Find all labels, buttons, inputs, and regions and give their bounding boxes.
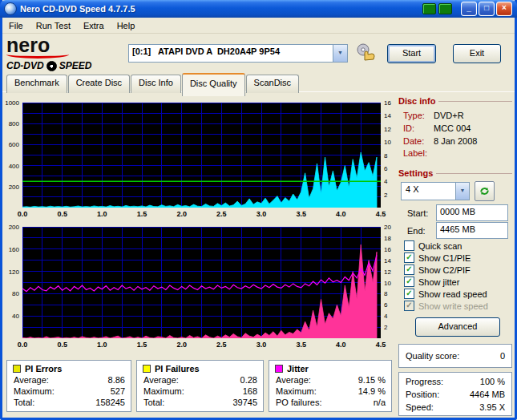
menu-help[interactable]: Help xyxy=(111,19,142,32)
pi-failures-chart: 2001601208040 2018161412108642 0.00.51.0… xyxy=(2,225,398,352)
disc-type-value: DVD+R xyxy=(434,111,464,120)
tab-disc-info[interactable]: Disc Info xyxy=(131,75,181,93)
start-field[interactable]: 0000 MB xyxy=(436,204,508,221)
stat-row-total: Total:39745 xyxy=(143,397,257,408)
progress-label: Progress: xyxy=(406,375,443,388)
end-field[interactable]: 4465 MB xyxy=(436,222,508,239)
checkbox-show-c2-pif[interactable]: ✓Show C2/PIF xyxy=(404,264,511,276)
stat-header-pi-errors: PI Errors xyxy=(13,363,125,374)
end-field-row: End: 4465 MB xyxy=(407,222,511,239)
tab-disc-quality[interactable]: Disc Quality xyxy=(182,73,245,96)
pi-errors-stats-box: PI ErrorsAverage:8.86Maximum:527Total:15… xyxy=(6,360,131,412)
disc-date-value: 8 Jan 2008 xyxy=(434,136,477,146)
tab-benchmark[interactable]: Benchmark xyxy=(6,75,67,93)
chevron-down-icon[interactable]: ▼ xyxy=(455,183,469,200)
checkbox-label: Quick scan xyxy=(418,241,462,251)
settings-checkboxes: Quick scan✓Show C1/PIE✓Show C2/PIF✓Show … xyxy=(404,240,511,312)
progress-row: Progress: 100 % xyxy=(406,375,505,388)
disc-info-row: Date: 8 Jan 2008 xyxy=(403,136,512,146)
stat-title: PI Failures xyxy=(155,364,200,374)
window-title: Nero CD-DVD Speed 4.7.7.5 xyxy=(20,4,422,14)
disc-label-label: Label: xyxy=(403,148,434,158)
speed-select[interactable]: 4 X ▼ xyxy=(401,182,470,200)
pi-errors-chart: 1000800600400200 161412108642 0.00.51.01… xyxy=(2,101,398,223)
checkbox-box[interactable]: ✓ xyxy=(404,277,414,287)
stat-row-average: Average:9.15 % xyxy=(275,374,386,386)
checkbox-label: Show read speed xyxy=(418,289,487,299)
disc-id-label: ID: xyxy=(403,123,434,133)
checkbox-show-read-speed[interactable]: ✓Show read speed xyxy=(404,288,511,300)
pi-failures-jitter-plot xyxy=(22,227,381,338)
logo-cddvd-text: CD-DVD xyxy=(6,60,44,71)
progress-value: 100 % xyxy=(480,375,505,388)
stat-title: PI Errors xyxy=(25,364,62,374)
checkbox-show-write-speed[interactable]: ✓Show write speed xyxy=(404,300,511,312)
pif-x-axis-labels: 0.00.51.01.52.02.53.03.54.04.5 xyxy=(22,341,381,350)
checkbox-box[interactable] xyxy=(404,240,414,251)
legend-swatch-icon xyxy=(13,365,21,373)
stat-header-pi-failures: PI Failures xyxy=(143,363,257,374)
maximize-button[interactable]: □ xyxy=(479,2,495,16)
stat-header-jitter: Jitter xyxy=(275,363,386,374)
tab-scandisc[interactable]: ScanDisc xyxy=(246,75,299,93)
start-button[interactable]: Start xyxy=(387,44,436,63)
checkbox-show-c1-pie[interactable]: ✓Show C1/PIE xyxy=(404,252,511,264)
checkbox-label: Show jitter xyxy=(418,277,459,287)
speed-value: 3.95 X xyxy=(479,401,505,414)
disc-info-row: Label: xyxy=(403,148,512,158)
checkbox-box[interactable]: ✓ xyxy=(404,265,414,275)
minimize-button[interactable]: _ xyxy=(461,2,477,16)
speed-label: Speed: xyxy=(406,401,434,414)
jitter-stats-box: JitterAverage:9.15 %Maximum:14.9 %PO fai… xyxy=(269,360,392,412)
refresh-button[interactable] xyxy=(475,181,495,201)
pif-left-axis-labels: 2001601208040 xyxy=(2,227,21,338)
pif-right-axis-labels: 2018161412108642 xyxy=(382,227,402,338)
title-bar: Nero CD-DVD Speed 4.7.7.5 _ □ × xyxy=(0,0,517,18)
position-label: Position: xyxy=(406,388,439,401)
disc-id-value: MCC 004 xyxy=(434,123,471,133)
chevron-down-icon[interactable]: ▼ xyxy=(333,45,347,62)
checkbox-box[interactable]: ✓ xyxy=(404,289,414,299)
start-field-label: Start: xyxy=(407,208,436,218)
menu-bar: FileRun TestExtraHelp xyxy=(0,18,517,34)
tab-create-disc[interactable]: Create Disc xyxy=(68,75,130,93)
drive-select-value: [0:1] ATAPI DVD A DH20A4P 9P54 xyxy=(129,45,333,62)
green-indicator-icon[interactable] xyxy=(438,3,452,14)
disc-type-label: Type: xyxy=(403,111,434,120)
checkbox-show-jitter[interactable]: ✓Show jitter xyxy=(404,276,511,288)
stat-row-maximum: Maximum:14.9 % xyxy=(275,386,386,397)
pi-errors-plot xyxy=(22,103,381,208)
logo-disc-icon xyxy=(46,61,57,71)
stat-row-average: Average:0.28 xyxy=(143,374,257,386)
disc-info-section-title: Disc info xyxy=(398,96,512,106)
quality-score-value: 0 xyxy=(500,351,505,361)
green-indicator-icon[interactable] xyxy=(422,3,436,14)
stat-row-maximum: Maximum:168 xyxy=(143,386,257,397)
legend-swatch-icon xyxy=(275,365,283,373)
checkbox-label: Show write speed xyxy=(418,301,488,311)
stat-row-average: Average:8.86 xyxy=(13,374,125,386)
quality-score-box: Quality score: 0 xyxy=(398,344,512,368)
advanced-button[interactable]: Advanced xyxy=(415,317,500,337)
stat-title: Jitter xyxy=(287,364,309,374)
exit-button[interactable]: Exit xyxy=(453,44,501,63)
refresh-icon xyxy=(479,185,491,197)
speed-select-value: 4 X xyxy=(402,183,455,200)
settings-section-title: Settings xyxy=(398,168,512,178)
stat-row-po-failures: PO failures:n/a xyxy=(275,397,386,408)
menu-file[interactable]: File xyxy=(2,19,30,32)
checkbox-box[interactable]: ✓ xyxy=(404,252,414,263)
menu-extra[interactable]: Extra xyxy=(77,19,111,32)
checkbox-quick-scan[interactable]: Quick scan xyxy=(404,240,511,252)
menu-run-test[interactable]: Run Test xyxy=(30,19,77,32)
pi-failures-stats-box: PI FailuresAverage:0.28Maximum:168Total:… xyxy=(136,360,264,412)
eject-hand-icon[interactable] xyxy=(356,43,375,62)
progress-row: Speed: 3.95 X xyxy=(406,401,505,414)
stat-row-total: Total:158245 xyxy=(13,397,125,408)
close-button[interactable]: × xyxy=(496,2,512,16)
end-field-label: End: xyxy=(407,226,436,236)
drive-select[interactable]: [0:1] ATAPI DVD A DH20A4P 9P54 ▼ xyxy=(128,44,348,63)
quality-score-label: Quality score: xyxy=(406,351,459,361)
app-icon xyxy=(4,2,17,15)
checkbox-box[interactable]: ✓ xyxy=(404,301,414,311)
